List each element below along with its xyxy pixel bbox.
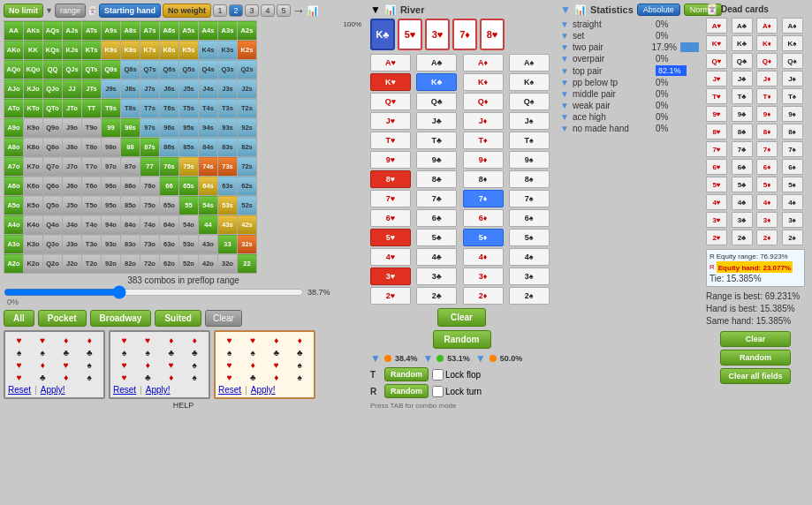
- card-cell-9d[interactable]: 9♦: [463, 151, 504, 169]
- dead-cell-Ah[interactable]: A♥: [706, 18, 727, 34]
- grid-cell-jj[interactable]: JJ: [63, 79, 82, 99]
- grid-cell-a3o[interactable]: A3o: [4, 235, 24, 254]
- grid-cell-tt[interactable]: TT: [82, 99, 102, 118]
- grid-cell-43s[interactable]: 43s: [218, 215, 238, 235]
- grid-cell-84s[interactable]: 84s: [199, 138, 218, 157]
- dead-cell-7c[interactable]: 7♣: [732, 141, 753, 157]
- grid-cell-j8s[interactable]: J8s: [121, 79, 140, 99]
- grid-cell-87s[interactable]: 87s: [140, 138, 160, 157]
- grid-cell-a4s[interactable]: A4s: [199, 21, 218, 41]
- grid-cell-96s[interactable]: 96s: [160, 118, 179, 138]
- card-cell-Qc[interactable]: Q♣: [416, 93, 457, 110]
- grid-cell-72s[interactable]: 72s: [238, 157, 257, 177]
- grid-cell-t3o[interactable]: T3o: [82, 235, 102, 254]
- grid-cell-85s[interactable]: 85s: [179, 138, 199, 157]
- dead-cell-Ac[interactable]: A♣: [732, 18, 753, 34]
- dead-cell-9c[interactable]: 9♣: [732, 106, 753, 122]
- grid-cell-77[interactable]: 77: [140, 157, 160, 177]
- grid-cell-74s[interactable]: 74s: [199, 157, 218, 177]
- dead-cell-8h[interactable]: 8♥: [706, 124, 727, 139]
- grid-cell-ats[interactable]: ATs: [82, 21, 102, 41]
- card-cell-2h[interactable]: 2♥: [370, 287, 411, 305]
- grid-cell-k6o[interactable]: K6o: [24, 177, 43, 196]
- grid-cell-88[interactable]: 88: [121, 138, 140, 157]
- dead-cell-Jc[interactable]: J♣: [732, 71, 753, 87]
- grid-cell-t2s[interactable]: T2s: [238, 99, 257, 118]
- card-cell-4c[interactable]: 4♣: [416, 248, 457, 266]
- grid-cell-94o[interactable]: 94o: [102, 215, 121, 235]
- card-cell-Ad[interactable]: A♦: [463, 54, 504, 72]
- grid-cell-92o[interactable]: 92o: [102, 254, 121, 274]
- turn-random-button[interactable]: Random: [384, 384, 429, 398]
- grid-cell-98o[interactable]: 98o: [102, 138, 121, 157]
- card-cell-Th[interactable]: T♥: [370, 132, 411, 149]
- grid-cell-t5o[interactable]: T5o: [82, 196, 102, 215]
- dead-cell-5s[interactable]: 5♠: [782, 177, 803, 192]
- grid-cell-q7o[interactable]: Q7o: [43, 157, 63, 177]
- no-limit-button[interactable]: No limit: [4, 4, 43, 18]
- grid-cell-q9o[interactable]: Q9o: [43, 118, 63, 138]
- grid-cell-93s[interactable]: 93s: [218, 118, 238, 138]
- num-button-2[interactable]: 2: [229, 4, 243, 17]
- dead-cell-4s[interactable]: 4♠: [782, 194, 803, 210]
- grid-cell-k4s[interactable]: K4s: [199, 41, 218, 60]
- card-cell-7s[interactable]: 7♠: [509, 190, 550, 207]
- grid-cell-j6s[interactable]: J6s: [160, 79, 179, 99]
- card-cell-Kd[interactable]: K♦: [463, 73, 504, 91]
- grid-cell-76s[interactable]: 76s: [160, 157, 179, 177]
- grid-cell-44[interactable]: 44: [199, 215, 218, 235]
- card-cell-7h[interactable]: 7♥: [370, 190, 411, 207]
- card-cell-Ks[interactable]: K♠: [509, 73, 550, 91]
- grid-cell-65o[interactable]: 65o: [160, 196, 179, 215]
- dead-cell-2s[interactable]: 2♠: [782, 230, 803, 245]
- grid-cell-q4s[interactable]: Q4s: [199, 60, 218, 79]
- grid-cell-kjs[interactable]: KJs: [63, 41, 82, 60]
- dead-cell-7h[interactable]: 7♥: [706, 141, 727, 157]
- grid-cell-87o[interactable]: 87o: [121, 157, 140, 177]
- dead-cell-Kd[interactable]: K♦: [756, 35, 778, 51]
- dead-cell-2d[interactable]: 2♦: [756, 230, 778, 245]
- reset-link-3[interactable]: Reset: [218, 385, 241, 395]
- lock-flop-checkbox[interactable]: Lock flop: [432, 369, 481, 381]
- lock-turn-input[interactable]: [432, 386, 444, 397]
- grid-cell-a8s[interactable]: A8s: [121, 21, 140, 41]
- grid-cell-t4s[interactable]: T4s: [199, 99, 218, 118]
- grid-cell-83o[interactable]: 83o: [121, 235, 140, 254]
- grid-cell-54s[interactable]: 54s: [199, 196, 218, 215]
- grid-cell-q6s[interactable]: Q6s: [160, 60, 179, 79]
- grid-cell-52s[interactable]: 52s: [238, 196, 257, 215]
- card-cell-Ac[interactable]: A♣: [416, 54, 457, 72]
- card-cell-Qh[interactable]: Q♥: [370, 93, 411, 110]
- grid-cell-k2o[interactable]: K2o: [24, 254, 43, 274]
- dead-cell-3s[interactable]: 3♠: [782, 212, 803, 228]
- grid-cell-kto[interactable]: KTo: [24, 99, 43, 118]
- grid-cell-j3o[interactable]: J3o: [63, 235, 82, 254]
- grid-cell-33[interactable]: 33: [218, 235, 238, 254]
- grid-cell-k7s[interactable]: K7s: [140, 41, 160, 60]
- grid-cell-63o[interactable]: 63o: [160, 235, 179, 254]
- dead-cell-3h[interactable]: 3♥: [706, 212, 727, 228]
- grid-cell-k8o[interactable]: K8o: [24, 138, 43, 157]
- grid-cell-q2s[interactable]: Q2s: [238, 60, 257, 79]
- grid-cell-86o[interactable]: 86o: [121, 177, 140, 196]
- all-button[interactable]: All: [4, 310, 34, 327]
- grid-cell-aqo[interactable]: AQo: [4, 60, 24, 79]
- card-cell-9c[interactable]: 9♣: [416, 151, 457, 169]
- grid-cell-53o[interactable]: 53o: [179, 235, 199, 254]
- grid-cell-62s[interactable]: 62s: [238, 177, 257, 196]
- selected-card-k[interactable]: K♣: [370, 19, 395, 50]
- grid-cell-t9o[interactable]: T9o: [82, 118, 102, 138]
- grid-cell-86s[interactable]: 86s: [160, 138, 179, 157]
- grid-cell-qq[interactable]: QQ: [43, 60, 63, 79]
- grid-cell-q7s[interactable]: Q7s: [140, 60, 160, 79]
- flop-random-button[interactable]: Random: [384, 367, 429, 381]
- grid-cell-k4o[interactable]: K4o: [24, 215, 43, 235]
- num-button-3[interactable]: 3: [245, 4, 259, 17]
- grid-cell-q5s[interactable]: Q5s: [179, 60, 199, 79]
- grid-cell-42s[interactable]: 42s: [238, 215, 257, 235]
- dead-cell-Th[interactable]: T♥: [706, 88, 727, 104]
- grid-cell-82o[interactable]: 82o: [121, 254, 140, 274]
- card-cell-Td[interactable]: T♦: [463, 132, 504, 149]
- grid-cell-97o[interactable]: 97o: [102, 157, 121, 177]
- grid-cell-kqs[interactable]: KQs: [43, 41, 63, 60]
